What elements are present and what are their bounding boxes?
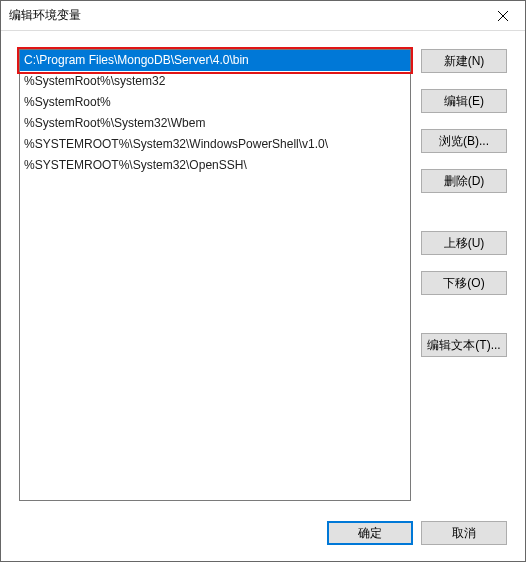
- ok-button[interactable]: 确定: [327, 521, 413, 545]
- list-wrapper: C:\Program Files\MongoDB\Server\4.0\bin%…: [19, 49, 411, 501]
- footer: 确定 取消: [1, 509, 525, 561]
- close-icon: [498, 11, 508, 21]
- delete-button[interactable]: 删除(D): [421, 169, 507, 193]
- content-area: C:\Program Files\MongoDB\Server\4.0\bin%…: [1, 31, 525, 509]
- list-item[interactable]: %SYSTEMROOT%\System32\WindowsPowerShell\…: [20, 134, 410, 155]
- edit-text-button[interactable]: 编辑文本(T)...: [421, 333, 507, 357]
- dialog-title: 编辑环境变量: [9, 7, 480, 24]
- list-item[interactable]: C:\Program Files\MongoDB\Server\4.0\bin: [20, 50, 410, 71]
- list-item[interactable]: %SystemRoot%\system32: [20, 71, 410, 92]
- path-listbox[interactable]: C:\Program Files\MongoDB\Server\4.0\bin%…: [19, 49, 411, 501]
- edit-button[interactable]: 编辑(E): [421, 89, 507, 113]
- list-item[interactable]: %SYSTEMROOT%\System32\OpenSSH\: [20, 155, 410, 176]
- new-button[interactable]: 新建(N): [421, 49, 507, 73]
- list-item[interactable]: %SystemRoot%\System32\Wbem: [20, 113, 410, 134]
- move-down-button[interactable]: 下移(O): [421, 271, 507, 295]
- browse-button[interactable]: 浏览(B)...: [421, 129, 507, 153]
- close-button[interactable]: [480, 1, 525, 31]
- titlebar: 编辑环境变量: [1, 1, 525, 31]
- side-button-column: 新建(N) 编辑(E) 浏览(B)... 删除(D) 上移(U) 下移(O) 编…: [421, 49, 507, 501]
- list-item[interactable]: %SystemRoot%: [20, 92, 410, 113]
- env-var-edit-dialog: 编辑环境变量 C:\Program Files\MongoDB\Server\4…: [0, 0, 526, 562]
- move-up-button[interactable]: 上移(U): [421, 231, 507, 255]
- cancel-button[interactable]: 取消: [421, 521, 507, 545]
